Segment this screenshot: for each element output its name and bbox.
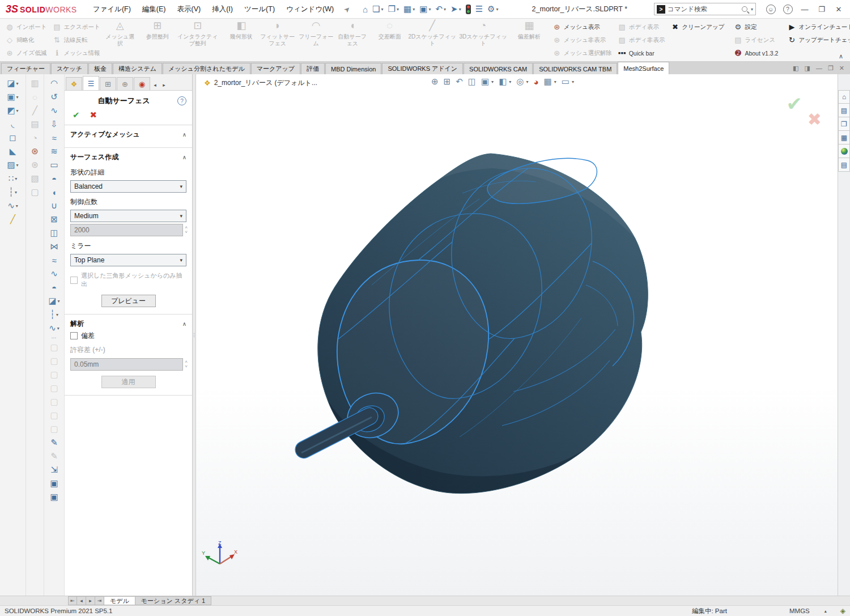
pm-tab-scroll-left[interactable]: ◂ (151, 80, 159, 90)
cube-flyout-icon[interactable]: ◪ ▾ (45, 294, 63, 308)
motor-3d-model[interactable] (196, 74, 838, 596)
restore-button[interactable]: ❐ (814, 2, 830, 16)
ribbon-collapse-button[interactable]: ∧ (839, 53, 843, 60)
display-state-cube-icon[interactable]: ◪ ▾ (1, 77, 25, 90)
view-orientation-icon[interactable]: ▣ ▾ (481, 77, 494, 87)
spline-curve-icon[interactable]: ∿ ▾ (1, 199, 25, 213)
options-list-icon[interactable]: ☰ (473, 2, 485, 16)
tab-sheet-metal[interactable]: 板金 (88, 63, 112, 74)
pm-tab-part[interactable]: ❖ (66, 77, 82, 90)
tab-solidworks-cam-tbm[interactable]: SOLIDWORKS CAM TBM (533, 63, 617, 74)
pm-tab-property-manager[interactable]: ☰ (83, 76, 99, 90)
appearances-scenes-icon[interactable]: ● (838, 145, 850, 158)
screen-export-icon[interactable]: ⇲ (45, 463, 63, 477)
puzzle-pieces-icon[interactable]: ∷ ▾ (1, 172, 25, 185)
rounded-cube-icon[interactable]: ◩ ▾ (1, 104, 25, 117)
revolve-surface-icon[interactable]: ↺ (45, 90, 63, 104)
ribbon-about-button[interactable]: ➋About v1.3.2 (732, 46, 780, 60)
tag-icon[interactable]: ◈ (840, 607, 845, 615)
units-caret-icon[interactable]: ▴ (824, 609, 827, 614)
collapse-active-mesh-icon[interactable]: ∧ (182, 131, 186, 138)
tab-mbd-dimension[interactable]: MBD Dimension (325, 63, 381, 74)
prev-tab-button[interactable]: ◂ (77, 596, 86, 605)
mesh-wheel-icon[interactable]: ⊛ (27, 145, 43, 158)
press-surface-icon[interactable]: ⇩ (45, 117, 63, 131)
planar-surface-icon[interactable]: ▭ (45, 158, 63, 172)
pane-split-left-icon[interactable]: ◧ (793, 65, 798, 72)
open-box-icon[interactable]: ◻ (1, 131, 25, 145)
pane-split-right-icon[interactable]: ◨ (805, 65, 810, 72)
textured-cube-icon[interactable]: ▨ ▾ (1, 158, 25, 172)
file-explorer-icon[interactable]: ❐ (838, 117, 850, 131)
spline-surface-icon[interactable]: ∿ (45, 104, 63, 117)
swept-surface-icon[interactable]: ◠ (45, 77, 63, 90)
ribbon-quick-bar-button[interactable]: ▪▪▪Quick bar (616, 46, 667, 60)
dome-pin-icon[interactable]: ◓ (45, 172, 63, 185)
collapse-surface-creation-icon[interactable]: ∧ (182, 154, 186, 160)
search-caret-icon[interactable]: ▾ (751, 7, 753, 12)
confirm-ok-overlay[interactable]: ✔ (787, 92, 803, 115)
menu-view[interactable]: 表示(V) (172, 0, 207, 18)
mirror-select[interactable]: Top Plane ▾ (70, 254, 186, 266)
dome-surface-icon[interactable]: ◖ (45, 185, 63, 199)
help-circle-icon[interactable]: ? (177, 96, 186, 105)
zoom-fit-icon[interactable]: ⊕ (431, 77, 439, 87)
command-search-box[interactable]: > ▾ (654, 3, 756, 15)
tab-model[interactable]: モデル (104, 596, 135, 605)
tab-solidworks-addins[interactable]: SOLIDWORKS アドイン (382, 63, 463, 74)
select-cursor-icon[interactable]: ➤ ▾ (448, 2, 464, 16)
first-tab-button[interactable]: ⇤ (68, 596, 77, 605)
pm-tab-configuration[interactable]: ⊞ (100, 77, 116, 90)
tab-structure-system[interactable]: 構造システム (113, 63, 162, 74)
search-input[interactable] (668, 6, 740, 12)
hide-show-items-icon[interactable]: ◎ ▾ (516, 77, 528, 87)
small-surface-icon[interactable]: ≋ (45, 145, 63, 158)
elbow-surface-icon[interactable]: ∪ (45, 199, 63, 213)
display-style-icon[interactable]: ◧ ▾ (499, 77, 511, 87)
stitch-surface-icon[interactable]: ⋈ (45, 240, 63, 253)
design-library-icon[interactable]: ▤ (838, 104, 850, 117)
close-button[interactable]: ✕ (831, 2, 847, 16)
menu-window[interactable]: ウィンドウ(W) (280, 0, 339, 18)
rebuild-traffic-light-icon[interactable] (464, 2, 473, 16)
pm-tab-display-manager[interactable]: ◉ (134, 77, 150, 90)
menu-edit[interactable]: 編集(E) (137, 0, 172, 18)
print-icon[interactable]: ▣ ▾ (417, 2, 433, 16)
preview-button[interactable]: プレビュー (101, 295, 156, 307)
pm-tab-dimxpert[interactable]: ⊕ (117, 77, 133, 90)
ribbon-mesh-show-button[interactable]: ⊛メッシュ表示 (551, 20, 614, 33)
ribbon-online-tutorial-button[interactable]: ▶オンラインチュートリアル (785, 20, 850, 33)
last-tab-button[interactable]: ⇥ (95, 596, 104, 605)
confirm-cancel-overlay[interactable]: ✖ (808, 109, 822, 129)
tab-markup[interactable]: マークアップ (251, 63, 300, 74)
menu-tools[interactable]: ツール(T) (239, 0, 280, 18)
deviation-checkbox[interactable]: 偏差 (65, 331, 192, 342)
next-tab-button[interactable]: ▸ (86, 596, 95, 605)
pin-through-icon[interactable]: ┆ ▾ (1, 185, 25, 199)
apply-scene-icon[interactable]: ▦ ▾ (544, 77, 556, 87)
delete-face-icon[interactable]: ⊠ (45, 213, 63, 226)
new-sketch-icon[interactable]: ✎ (45, 436, 63, 449)
view-settings-icon[interactable]: ▭ ▾ (562, 77, 574, 87)
tab-motion-study[interactable]: モーション スタディ 1 (135, 596, 211, 605)
restore-document-icon[interactable]: ❐ (828, 65, 834, 72)
menu-insert[interactable]: 挿入(I) (206, 0, 239, 18)
offset-surface-icon[interactable]: ≈ (45, 253, 63, 267)
tab-sketch[interactable]: スケッチ (51, 63, 88, 74)
collapse-analysis-icon[interactable]: ∧ (182, 321, 186, 327)
extend-surface-icon[interactable]: ◫ (45, 226, 63, 240)
framed-cube-icon[interactable]: ▣ ▾ (1, 90, 25, 104)
edit-appearance-icon[interactable]: ◕ (533, 77, 538, 87)
ribbon-cleanup-button[interactable]: ✖クリーンアップ (669, 20, 726, 33)
ruler-icon[interactable]: ╱ (1, 213, 25, 226)
minimize-document-icon[interactable]: — (816, 65, 822, 71)
tab-mesh-modeling[interactable]: メッシュ分割されたモデル (163, 63, 250, 74)
help-button[interactable]: ? (780, 2, 796, 16)
cancel-button[interactable]: ✖ (90, 110, 97, 120)
new-document-icon[interactable]: ❏ ▾ (370, 2, 385, 16)
pm-tab-scroll-right[interactable]: ▸ (160, 80, 168, 90)
home-icon[interactable]: ⌂ (360, 2, 370, 16)
trim-surface-icon[interactable]: ∿ (45, 267, 63, 281)
section-view-icon[interactable]: ◫ (468, 77, 476, 87)
spline-flyout-icon[interactable]: ∿ ▾ (45, 321, 63, 335)
